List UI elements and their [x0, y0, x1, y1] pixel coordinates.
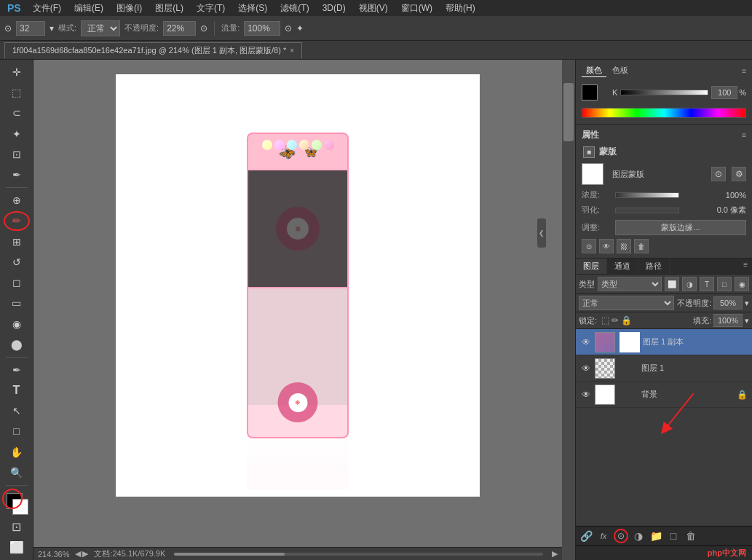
menu-layer[interactable]: 图层(L)	[149, 1, 189, 16]
filter-toggle[interactable]: ◉	[735, 277, 749, 291]
brush-preset-icon[interactable]: ▾	[50, 23, 54, 33]
marquee-tool[interactable]: ⬚	[4, 83, 30, 102]
color-panel-menu[interactable]: ≡	[742, 67, 746, 75]
new-group-btn[interactable]: 📁	[649, 529, 663, 543]
menu-edit[interactable]: 编辑(E)	[68, 1, 109, 16]
path-select-tool[interactable]: ↖	[4, 401, 30, 420]
crop-tool[interactable]: ⊡	[4, 145, 30, 164]
mask-delete-icon[interactable]: 🗑	[634, 239, 649, 253]
quick-mask-btn[interactable]: ⊡	[4, 518, 30, 537]
layer-item-1[interactable]: 👁 图层 1	[576, 355, 752, 382]
layers-panel-menu[interactable]: ≡	[739, 259, 752, 274]
fg-bg-colors[interactable]	[4, 490, 30, 515]
opacity-arrow[interactable]: ▾	[745, 299, 749, 308]
tab-layers[interactable]: 图层	[576, 259, 607, 274]
vertical-scrollbar[interactable]	[562, 60, 575, 547]
properties-menu[interactable]: ≡	[742, 131, 746, 139]
layer-blend-mode[interactable]: 正常	[579, 296, 674, 310]
tab-channels[interactable]: 通道	[607, 259, 638, 274]
pen-tool[interactable]: ✒	[4, 360, 30, 379]
mask-settings-icon[interactable]: ⚙	[732, 167, 746, 181]
mask-link-icon[interactable]: ⛓	[617, 239, 631, 253]
type-tool[interactable]: T	[4, 381, 30, 400]
brush-tool highlighted[interactable]: ✏	[4, 211, 30, 230]
opacity-input[interactable]	[713, 296, 743, 309]
mask-eye-icon[interactable]: 👁	[599, 239, 614, 253]
prev-arrow[interactable]: ◀	[75, 549, 81, 559]
link-layers-btn[interactable]: 🔗	[579, 529, 593, 543]
fill-input[interactable]	[713, 314, 743, 327]
layer-visibility-1[interactable]: 👁	[580, 363, 592, 374]
fg-color-swatch[interactable]	[582, 84, 598, 100]
feather-slider[interactable]	[615, 208, 679, 213]
stamp-tool[interactable]: ⊞	[4, 232, 30, 251]
add-mask-btn[interactable]: ⊙	[614, 529, 628, 543]
mask-edge-button[interactable]: 蒙版边缘...	[615, 220, 746, 235]
add-adjustment-btn[interactable]: ◑	[631, 529, 646, 543]
blur-tool[interactable]: ◉	[4, 314, 30, 333]
layer-visibility-copy[interactable]: 👁	[580, 336, 592, 348]
opacity-toggle-icon[interactable]: ⊙	[200, 23, 207, 33]
opacity-value[interactable]: 22%	[163, 21, 196, 36]
dodge-tool[interactable]: ⬤	[4, 335, 30, 354]
blend-mode-select[interactable]: 正常	[81, 20, 120, 36]
zoom-tool[interactable]: 🔍	[4, 463, 30, 482]
airbrush-icon[interactable]: ✦	[296, 23, 304, 33]
hand-tool[interactable]: ✋	[4, 443, 30, 462]
lock-all-icon[interactable]: 🔒	[621, 315, 632, 326]
new-layer-btn[interactable]: □	[666, 529, 681, 543]
menu-select[interactable]: 选择(S)	[232, 1, 273, 16]
filter-type-icon[interactable]: T	[700, 277, 714, 291]
density-slider[interactable]	[615, 192, 679, 198]
layer-mask-preview[interactable]	[582, 163, 603, 185]
history-brush-tool[interactable]: ↺	[4, 253, 30, 272]
menu-window[interactable]: 窗口(W)	[395, 1, 438, 16]
flow-value[interactable]: 100%	[244, 21, 280, 36]
layer-item-copy[interactable]: 👁 图层 1 副本	[576, 329, 752, 355]
tab-color[interactable]: 颜色	[582, 64, 606, 77]
document-tab[interactable]: 1f004a1569d68cfaa850e16e42ea71f.jpg @ 21…	[4, 42, 302, 58]
mask-apply-icon[interactable]: ⊙	[582, 239, 596, 253]
eyedropper-tool[interactable]: ✒	[4, 165, 30, 184]
filter-shape-icon[interactable]: □	[717, 277, 732, 291]
fill-arrow[interactable]: ▾	[745, 316, 749, 326]
delete-layer-btn[interactable]: 🗑	[684, 529, 698, 543]
move-tool[interactable]: ✛	[4, 63, 30, 82]
flow-toggle-icon[interactable]: ⊙	[285, 23, 292, 33]
menu-filter[interactable]: 滤镜(T)	[274, 1, 314, 16]
lock-pixels-icon[interactable]: ⬚	[601, 315, 609, 326]
lock-position-icon[interactable]: ✏	[612, 315, 619, 326]
menu-image[interactable]: 图像(I)	[111, 1, 148, 16]
filter-pixel-icon[interactable]: ⬜	[665, 277, 679, 291]
heal-tool[interactable]: ⊕	[4, 191, 30, 210]
eraser-tool[interactable]: ◻	[4, 273, 30, 292]
color-spectrum-bar[interactable]	[582, 108, 746, 118]
gradient-tool[interactable]: ▭	[4, 293, 30, 312]
tab-swatches[interactable]: 色板	[608, 64, 633, 77]
tab-close-button[interactable]: ×	[290, 47, 294, 55]
arrow-right-btn[interactable]: ▶	[552, 549, 558, 559]
fx-btn[interactable]: fx	[596, 529, 611, 543]
next-arrow[interactable]: ▶	[82, 549, 88, 559]
menu-help[interactable]: 帮助(H)	[440, 1, 481, 16]
filter-adjust-icon[interactable]: ◑	[682, 277, 697, 291]
menu-3d[interactable]: 3D(D)	[317, 1, 352, 15]
menu-type[interactable]: 文字(T)	[191, 1, 231, 16]
screen-mode-btn[interactable]: ⬜	[4, 538, 30, 557]
lasso-tool[interactable]: ⊂	[4, 103, 30, 122]
mask-camera-icon[interactable]: ⊙	[711, 167, 726, 181]
panel-collapse-handle[interactable]: ❮	[537, 218, 546, 248]
k-slider[interactable]	[620, 90, 708, 95]
wand-tool[interactable]: ✦	[4, 125, 30, 143]
canvas-background[interactable]: 🦋 🦋 ❋	[33, 60, 562, 547]
vertical-scroll-thumb[interactable]	[563, 83, 574, 141]
tab-paths[interactable]: 路径	[638, 259, 670, 274]
shape-tool[interactable]: □	[4, 422, 30, 441]
brush-size-field[interactable]: 32	[16, 21, 45, 36]
layer-visibility-bg[interactable]: 👁	[580, 389, 592, 401]
menu-view[interactable]: 视图(V)	[353, 1, 394, 16]
background-color[interactable]	[12, 499, 28, 515]
k-value-input[interactable]	[711, 86, 737, 99]
statusbar-nav[interactable]: ◀ ▶	[75, 549, 88, 559]
filter-type-select[interactable]: 类型	[598, 277, 662, 291]
